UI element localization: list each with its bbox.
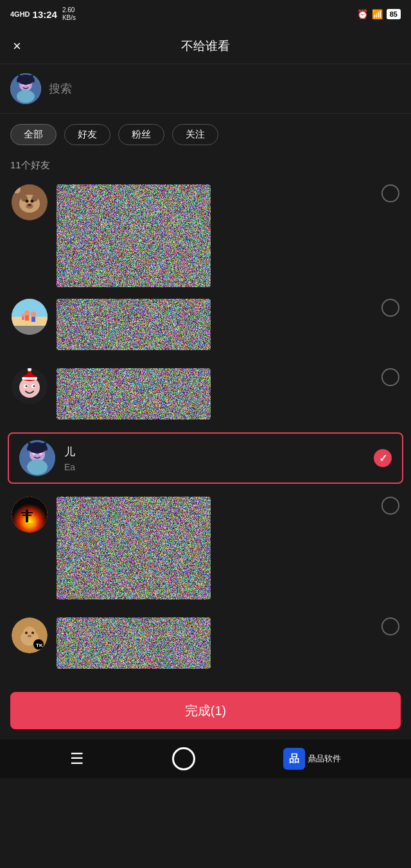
friend-name: 儿 — [64, 445, 365, 459]
select-checkbox[interactable] — [381, 497, 399, 515]
speed-indicator: 2.60 KB/s — [62, 6, 76, 22]
list-item[interactable] — [0, 489, 411, 607]
svg-point-60 — [28, 635, 31, 637]
page-header: × 不给谁看 — [0, 28, 411, 64]
beach-avatar-svg — [12, 299, 48, 335]
bottom-nav: ☰ 品 鼎品软件 — [0, 740, 411, 778]
close-button[interactable]: × — [13, 38, 21, 55]
wifi-icon: 📶 — [372, 9, 383, 19]
friend-content — [57, 299, 372, 350]
select-checkbox[interactable] — [381, 299, 399, 317]
avatar-image — [10, 73, 41, 104]
list-item[interactable]: TK — [0, 610, 411, 677]
christmas-avatar-svg — [12, 368, 48, 404]
friends-list: 儿 Ea ✓ — [0, 177, 411, 677]
avatar — [12, 368, 48, 404]
svg-rect-51 — [22, 515, 31, 516]
tab-friends[interactable]: 好友 — [64, 124, 110, 145]
anime-avatar-svg — [10, 73, 41, 104]
checkmark-icon: ✓ — [379, 452, 387, 465]
svg-point-24 — [31, 312, 36, 317]
selected-avatar-svg — [19, 440, 55, 476]
svg-rect-27 — [22, 317, 24, 320]
avatar — [12, 299, 48, 335]
svg-point-58 — [25, 632, 28, 634]
svg-point-59 — [31, 632, 34, 634]
friend-content — [57, 617, 372, 669]
select-checkbox[interactable] — [381, 368, 399, 386]
noise-canvas-2 — [57, 368, 211, 420]
avatar — [12, 184, 48, 220]
select-checkbox[interactable] — [381, 617, 399, 635]
svg-rect-50 — [21, 512, 33, 513]
tab-fans[interactable]: 粉丝 — [118, 124, 164, 145]
svg-point-2 — [17, 90, 35, 103]
avatar: TK — [12, 617, 48, 653]
filter-tabs: 全部 好友 粉丝 关注 — [0, 114, 411, 150]
spacer — [0, 427, 411, 430]
friend-content: 儿 Ea — [64, 445, 365, 472]
noise-canvas-4 — [57, 497, 211, 599]
svg-point-37 — [33, 385, 35, 387]
friend-content — [57, 368, 372, 420]
complete-btn-container: 完成(1) — [0, 682, 411, 740]
svg-point-26 — [22, 314, 25, 317]
svg-point-14 — [31, 200, 34, 203]
search-avatar — [10, 73, 41, 104]
svg-text:TK: TK — [36, 642, 43, 648]
search-input-area[interactable]: 搜索 — [49, 81, 401, 96]
status-left: 4GHD 13:24 2.60 KB/s — [10, 6, 76, 22]
tab-all[interactable]: 全部 — [10, 124, 57, 145]
svg-point-18 — [17, 185, 20, 188]
complete-label: 完成(1) — [185, 702, 226, 720]
tab-following[interactable]: 关注 — [172, 124, 218, 145]
tiktok-avatar-svg: TK — [12, 617, 48, 653]
speed-value: 2.60 — [62, 6, 76, 14]
svg-rect-20 — [12, 317, 48, 326]
svg-rect-23 — [25, 315, 29, 321]
list-item[interactable] — [0, 360, 411, 427]
search-bar[interactable]: 搜索 — [0, 64, 411, 114]
search-placeholder[interactable]: 搜索 — [49, 81, 72, 96]
select-checkbox[interactable] — [381, 184, 399, 202]
status-right: ⏰ 📶 85 — [357, 9, 401, 19]
svg-point-15 — [28, 204, 31, 206]
svg-rect-21 — [12, 326, 48, 335]
watermark: 品 鼎品软件 — [283, 748, 341, 770]
friend-content — [57, 497, 372, 599]
svg-rect-33 — [22, 377, 37, 380]
select-checkbox[interactable]: ✓ — [374, 449, 392, 467]
avatar — [12, 497, 48, 533]
svg-point-17 — [14, 186, 17, 189]
svg-point-52 — [23, 523, 36, 527]
clock-icon: ⏰ — [357, 9, 368, 19]
home-button[interactable] — [172, 747, 195, 770]
battery-value: 85 — [390, 10, 398, 18]
friends-count: 11个好友 — [0, 150, 411, 177]
svg-point-40 — [27, 459, 48, 475]
list-item-selected[interactable]: 儿 Ea ✓ — [8, 432, 403, 484]
brand-name: 鼎品软件 — [308, 753, 341, 765]
speed-unit: KB/s — [62, 14, 76, 22]
complete-button[interactable]: 完成(1) — [10, 692, 401, 729]
noise-canvas-1 — [57, 184, 211, 287]
list-item[interactable] — [0, 291, 411, 358]
noise-canvas-1 — [57, 299, 211, 350]
status-bar: 4GHD 13:24 2.60 KB/s ⏰ 📶 85 — [0, 0, 411, 28]
friend-content — [57, 184, 372, 287]
svg-point-36 — [26, 385, 28, 387]
svg-point-22 — [24, 310, 30, 315]
list-item[interactable] — [0, 177, 411, 288]
brand-icon: 品 — [283, 748, 305, 770]
svg-rect-25 — [31, 317, 35, 322]
menu-button[interactable]: ☰ — [70, 750, 84, 768]
dog-avatar-svg — [12, 184, 48, 220]
friend-subtext: Ea — [64, 462, 365, 472]
noise-canvas-5 — [57, 617, 211, 669]
svg-point-13 — [26, 200, 29, 203]
network-indicator: 4GHD — [10, 10, 30, 18]
avatar — [19, 440, 55, 476]
battery-indicator: 85 — [387, 9, 401, 19]
sunset-avatar-svg — [12, 497, 48, 533]
page-title: 不给谁看 — [181, 38, 230, 55]
